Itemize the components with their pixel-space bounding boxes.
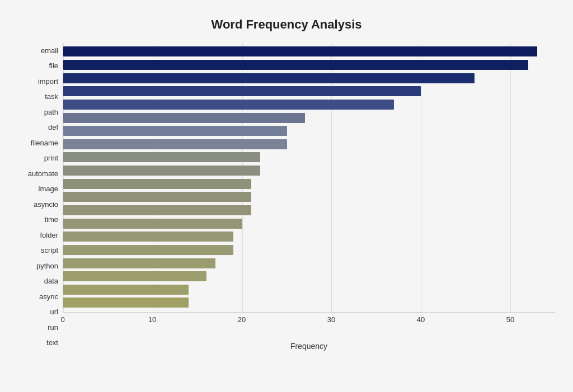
y-axis-labels: emailfileimporttaskpathdeffilenameprinta… [18,43,63,351]
x-tick-label: 50 [506,315,514,324]
bar-row [63,138,555,150]
bar-row [63,230,555,243]
y-label: script [41,247,58,254]
bar-row [63,98,555,111]
bars-and-xaxis: 01020304050 Frequency [63,43,555,351]
bar-row [63,178,555,190]
bar [63,271,206,281]
bar [63,192,251,202]
bar [63,126,287,136]
bar [63,73,475,83]
bar [63,232,233,242]
bar-row [63,164,555,177]
bar [63,166,260,176]
bar-row [63,296,555,309]
bar [63,205,251,215]
bar [63,297,189,308]
bar [63,245,233,255]
y-label: import [38,78,58,85]
x-tick-label: 40 [417,315,425,324]
y-label: automate [28,170,58,177]
bar-row [63,191,555,203]
y-label: filename [31,139,58,147]
bar [63,219,242,229]
y-label: file [49,62,58,69]
bar-row [63,85,555,97]
bar [63,152,260,162]
y-label: print [44,154,58,162]
bar [63,86,421,96]
bar [63,100,394,110]
bar-row [63,218,555,230]
bar-row [63,72,555,84]
y-label: data [44,277,58,285]
y-label: email [41,47,58,54]
chart-container: Word Frequency Analysis emailfileimportt… [7,6,566,386]
bar [63,179,251,189]
bar-row [63,257,555,270]
x-axis-title: Frequency [63,342,555,351]
y-label: def [48,124,58,131]
bar-row [63,151,555,163]
bar [63,139,287,149]
y-label: path [44,108,58,116]
y-label: task [45,93,58,100]
bar-row [63,244,555,256]
chart-area: emailfileimporttaskpathdeffilenameprinta… [18,43,555,351]
bar [63,258,215,268]
x-tick-label: 10 [148,315,156,324]
bars-wrapper [63,43,555,312]
x-tick-label: 30 [327,315,335,324]
x-tick-label: 20 [238,315,246,324]
bar-row [63,284,555,296]
bar [63,60,528,70]
bar-row [63,125,555,137]
y-label: async [39,293,58,300]
y-label: image [39,185,58,192]
bar-row [63,59,555,71]
bar-row [63,204,555,216]
bar-row [63,112,555,124]
chart-title: Word Frequency Analysis [18,17,555,32]
y-label: url [50,308,58,315]
y-label: time [44,216,58,223]
y-label: folder [40,232,58,239]
bars-area [63,43,555,313]
y-label: python [36,262,58,270]
x-axis: 01020304050 [63,313,555,329]
bar [63,113,305,123]
bar-row [63,270,555,282]
bar-row [63,45,555,58]
x-tick-label: 0 [60,315,64,324]
y-label: text [46,339,58,346]
y-label: run [48,324,58,331]
bar [63,46,537,56]
bar [63,285,189,295]
y-label: asyncio [34,201,58,208]
